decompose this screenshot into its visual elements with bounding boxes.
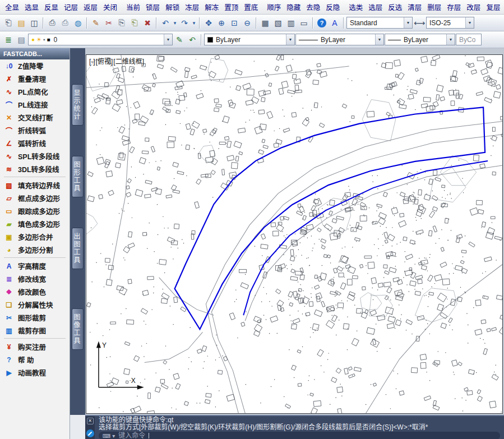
- side-tab[interactable]: 出图工具: [72, 228, 84, 269]
- undo-icon[interactable]: ↶: [159, 17, 172, 29]
- palette-item[interactable]: ▰填色成多边形: [0, 218, 70, 230]
- viewport-control[interactable]: [-]: [89, 58, 95, 66]
- palette-item[interactable]: ❖修改颜色: [0, 285, 70, 298]
- menu-item[interactable]: 反选: [385, 1, 405, 13]
- palette-item[interactable]: ∿PL点简化: [0, 85, 70, 98]
- chevron-down-icon[interactable]: ▼: [404, 17, 412, 28]
- chevron-down-icon[interactable]: ▼: [286, 34, 294, 45]
- side-tab[interactable]: 显示统计: [72, 84, 84, 126]
- customize-icon[interactable]: [86, 429, 94, 437]
- paste-icon[interactable]: ⎗: [128, 17, 141, 29]
- color-combo[interactable]: ByLayer ▼: [204, 34, 295, 45]
- side-tab[interactable]: 图形工具: [72, 156, 84, 197]
- copy-icon[interactable]: ⎘: [115, 17, 128, 29]
- menu-item[interactable]: 关闭: [100, 1, 120, 13]
- palette-item[interactable]: ❏分解属性块: [0, 298, 70, 311]
- menu-item[interactable]: 选显: [22, 1, 41, 13]
- palette-item[interactable]: ∿SPL转多段线: [0, 150, 70, 163]
- layer-previous-icon[interactable]: ↶: [186, 34, 198, 46]
- palette-item[interactable]: ▱框点成多边形: [0, 192, 70, 205]
- viewport-control[interactable]: [二维线框]: [113, 58, 144, 66]
- undo-list-icon[interactable]: ▾: [172, 17, 178, 29]
- palette-item[interactable]: ¥购买注册: [0, 340, 70, 353]
- menu-item[interactable]: 反显: [41, 1, 61, 13]
- command-history[interactable]: 该功能的键盘快捷命令:qt 选择裁剪方式[外部裁剪(W)/挖空裁剪(K)/环状裁…: [95, 416, 504, 439]
- menu-item[interactable]: 冻层: [182, 1, 202, 13]
- plot-preview-icon[interactable]: ⎙: [59, 17, 71, 29]
- text-style-combo[interactable]: Standard ▼: [346, 17, 413, 29]
- menu-item[interactable]: 置顶: [221, 1, 241, 13]
- menu-item[interactable]: 全显: [2, 1, 22, 13]
- menu-item[interactable]: 清层: [405, 1, 424, 13]
- lineweight-combo[interactable]: —— ByLayer ▼: [385, 34, 455, 45]
- sheet-set-icon[interactable]: ▧: [272, 17, 284, 29]
- palette-item[interactable]: ◕多边形分割: [0, 243, 70, 256]
- new-icon[interactable]: ⎗: [2, 17, 15, 29]
- palette-item[interactable]: ▣多边形合并: [0, 230, 70, 243]
- redo-list-icon[interactable]: ▾: [191, 17, 197, 29]
- palette-item[interactable]: ↓0Z值降零: [0, 59, 70, 72]
- menu-item[interactable]: 隐藏: [284, 1, 303, 13]
- menu-item[interactable]: 复层: [483, 1, 503, 13]
- redo-icon[interactable]: ↷: [178, 17, 191, 29]
- palette-item[interactable]: ⌒折线转弧: [0, 124, 70, 137]
- layer-states-icon[interactable]: ▤: [15, 34, 27, 46]
- drawing-canvas[interactable]: [-][俯视][二维线框] YX: [86, 54, 503, 414]
- cut-icon[interactable]: ✂: [103, 17, 115, 29]
- palette-title[interactable]: FASTCADB...: [0, 48, 70, 59]
- menu-item[interactable]: 存层: [444, 1, 464, 13]
- save-icon[interactable]: ◫: [28, 17, 40, 29]
- menu-item[interactable]: 锁层: [143, 1, 163, 13]
- menu-item[interactable]: 删层: [424, 1, 444, 13]
- text-style-icon[interactable]: A: [329, 17, 341, 29]
- chevron-down-icon[interactable]: ▼: [465, 17, 474, 28]
- menu-item[interactable]: 改层: [464, 1, 483, 13]
- dim-style-icon[interactable]: ⟷: [413, 17, 426, 29]
- menu-item[interactable]: 当前: [123, 1, 143, 13]
- menu-item[interactable]: 解锁: [163, 1, 182, 13]
- menu-item[interactable]: 置底: [241, 1, 261, 13]
- chevron-down-icon[interactable]: ▼: [446, 34, 455, 45]
- palette-item[interactable]: ✗重叠清理: [0, 72, 70, 85]
- print-icon[interactable]: ⎙: [46, 17, 58, 29]
- palette-item[interactable]: ?帮 助: [0, 353, 70, 366]
- viewport-control[interactable]: [俯视]: [96, 58, 113, 66]
- palette-item[interactable]: ∠弧转折线: [0, 137, 70, 150]
- menu-item[interactable]: 顺序: [264, 1, 284, 13]
- match-properties-icon[interactable]: ✎: [90, 17, 102, 29]
- menu-item[interactable]: 记层: [61, 1, 81, 13]
- palette-item[interactable]: ✕交叉线打断: [0, 111, 70, 124]
- palette-item[interactable]: ⌒PL线连接: [0, 98, 70, 111]
- zoom-window-icon[interactable]: ⊡: [228, 17, 241, 29]
- side-tab[interactable]: 图像工具: [72, 308, 84, 350]
- palette-item[interactable]: ✂图形裁剪: [0, 311, 70, 324]
- palette-item[interactable]: ▭跟踪成多边形: [0, 205, 70, 218]
- palette-item[interactable]: A字高精度: [0, 260, 70, 272]
- palette-item[interactable]: ▶动画教程: [0, 366, 70, 379]
- open-icon[interactable]: ▤: [15, 17, 27, 29]
- erase-icon[interactable]: ✖: [141, 17, 154, 29]
- zoom-previous-icon[interactable]: ⊖: [241, 17, 253, 29]
- close-icon[interactable]: ✕: [87, 418, 94, 424]
- palette-item[interactable]: ≣修改线宽: [0, 272, 70, 285]
- menu-item[interactable]: 选层: [366, 1, 385, 13]
- dim-style-combo[interactable]: ISO-25 ▼: [426, 17, 474, 29]
- menu-item[interactable]: 解冻: [202, 1, 221, 13]
- palette-item[interactable]: ≋3DL转多段线: [0, 163, 70, 175]
- publish-icon[interactable]: ◍: [72, 17, 84, 29]
- viewports-icon[interactable]: ▦: [259, 17, 271, 29]
- table-icon[interactable]: ▥: [285, 17, 297, 29]
- pan-icon[interactable]: ✥: [202, 17, 215, 29]
- menu-item[interactable]: 去隐: [303, 1, 323, 13]
- make-object-layer-current-icon[interactable]: ✎: [173, 34, 186, 46]
- zoom-realtime-icon[interactable]: ⊕: [215, 17, 228, 29]
- linetype-combo[interactable]: ——— ByLayer ▼: [295, 34, 384, 45]
- menu-item[interactable]: 反隐: [323, 1, 343, 13]
- chevron-down-icon[interactable]: ▼: [164, 34, 172, 45]
- field-icon[interactable]: ▭: [298, 17, 310, 29]
- help-icon[interactable]: ?: [317, 19, 326, 27]
- layer-properties-icon[interactable]: ≣: [2, 34, 15, 46]
- menu-item[interactable]: 选类: [346, 1, 366, 13]
- layer-combo[interactable]: ●☀▪■ 0 ▼: [28, 34, 173, 45]
- palette-item[interactable]: ▥裁剪存图: [0, 324, 70, 337]
